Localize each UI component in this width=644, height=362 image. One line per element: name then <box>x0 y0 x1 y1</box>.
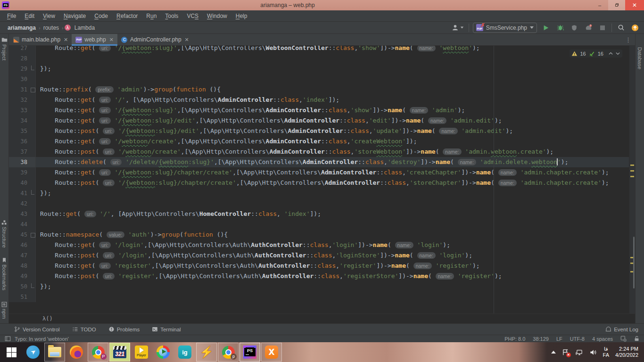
tool-window-button-version-control[interactable]: Version Control <box>14 326 60 332</box>
line-number[interactable]: 34 <box>9 115 30 126</box>
stop-button[interactable] <box>597 23 608 33</box>
breadcrumb-lambda[interactable]: λ() <box>42 315 53 322</box>
fold-marker-icon[interactable] <box>30 64 36 74</box>
status-segment-4[interactable]: 4 spaces <box>592 336 613 342</box>
chevron-up-icon[interactable] <box>608 51 613 56</box>
taskbar-media-player-classic[interactable]: 321 <box>109 343 130 362</box>
taskbar-igap[interactable]: ig <box>174 343 195 362</box>
line-number[interactable]: 45 <box>9 230 30 240</box>
taskbar-chrome-profile-1[interactable]: P <box>88 343 108 362</box>
debug-button[interactable] <box>555 23 565 33</box>
taskbar-phpstorm[interactable]: PS <box>239 343 260 362</box>
line-number[interactable]: 36 <box>9 136 30 147</box>
network-display-icon[interactable] <box>575 349 583 356</box>
coverage-button[interactable] <box>569 23 579 33</box>
menu-item-tools[interactable]: Tools <box>161 11 182 21</box>
taskbar-firefox[interactable] <box>66 343 87 362</box>
line-number[interactable]: 47 <box>9 250 30 261</box>
code-line-40[interactable]: 40 Route::post( uri: '/{webtoon:slug}/ch… <box>9 178 629 188</box>
maximize-button[interactable] <box>608 0 625 10</box>
taskbar-file-explorer[interactable] <box>44 343 65 362</box>
chevron-down-icon[interactable] <box>615 51 620 56</box>
language-indicator[interactable]: فا FA <box>603 346 609 358</box>
line-number[interactable]: 38 <box>9 157 30 167</box>
line-number[interactable]: 29 <box>9 64 30 74</box>
tool-window-button-todo[interactable]: TODO <box>72 326 96 332</box>
menu-item-edit[interactable]: Edit <box>20 11 39 21</box>
tool-window-toggle-icon[interactable] <box>5 336 11 342</box>
run-configuration-select[interactable]: PHP✗ SmsService.php <box>473 23 537 33</box>
line-number[interactable]: 51 <box>9 292 30 302</box>
profiler-button[interactable]: 0 <box>583 23 594 33</box>
menu-item-help[interactable]: Help <box>231 11 252 21</box>
line-number[interactable]: 30 <box>9 74 30 84</box>
sidebar-item-npm[interactable]: npm <box>0 302 8 319</box>
code-line-38[interactable]: 38 Route::delete( uri: '/delete/{webtoon… <box>9 157 629 167</box>
line-number[interactable]: 43 <box>9 209 30 219</box>
user-account-button[interactable] <box>451 23 465 33</box>
inspections-widget[interactable]: 16 16 <box>570 49 623 58</box>
close-button[interactable]: ✕ <box>625 0 644 10</box>
speaker-icon[interactable] <box>589 349 597 356</box>
tab-main-blade-php[interactable]: main.blade.php ✕ <box>9 34 72 45</box>
sidebar-item-structure[interactable]: Structure <box>0 220 8 248</box>
code-line-33[interactable]: 33 Route::get( uri: '/{webtoon:slug}',[\… <box>9 105 629 115</box>
run-button[interactable] <box>541 23 551 33</box>
close-tab-icon[interactable]: ✕ <box>185 37 189 43</box>
breadcrumb-folder[interactable]: routes <box>41 24 61 32</box>
line-number[interactable]: 48 <box>9 261 30 271</box>
code-line-30[interactable]: 30 <box>9 74 629 84</box>
taskbar-xampp[interactable]: X <box>261 343 282 362</box>
code-line-43[interactable]: 43Route::get( uri: '/', [App\Http\Contro… <box>9 209 629 219</box>
code-line-49[interactable]: 49 Route::post( uri: 'register',[\App\Ht… <box>9 271 629 281</box>
line-number[interactable]: 50 <box>9 281 30 292</box>
code-line-45[interactable]: 45Route::namespace( value: 'auth')->grou… <box>9 230 629 240</box>
code-line-31[interactable]: 31Route::prefix( prefix: 'admin')->group… <box>9 84 629 95</box>
menu-item-navigate[interactable]: Navigate <box>59 11 90 21</box>
code-line-28[interactable]: 28 <box>9 53 629 64</box>
menu-item-view[interactable]: View <box>39 11 59 21</box>
line-number[interactable]: 37 <box>9 147 30 157</box>
tool-window-button-terminal[interactable]: Terminal <box>152 326 181 332</box>
status-segment-1[interactable]: 38:129 <box>533 336 549 342</box>
taskbar-idm[interactable] <box>153 343 173 362</box>
code-line-32[interactable]: 32 Route::get( uri: '/', [\App\Http\Cont… <box>9 95 629 105</box>
menu-item-file[interactable]: File <box>3 11 20 21</box>
code-line-50[interactable]: 50}); <box>9 281 629 292</box>
code-line-35[interactable]: 35 Route::post( uri: '/{webtoon:slug}/ed… <box>9 126 629 136</box>
close-tab-icon[interactable]: ✕ <box>64 37 68 43</box>
menu-item-code[interactable]: Code <box>90 11 112 21</box>
line-number[interactable]: 31 <box>9 84 30 95</box>
code-line-39[interactable]: 39 Route::get( uri: '/{webtoon:slug}/cha… <box>9 167 629 178</box>
php-interpreter-icon[interactable] <box>620 336 627 342</box>
show-hidden-icons-chevron[interactable] <box>551 351 556 354</box>
sidebar-item-database[interactable]: Database <box>636 47 644 69</box>
update-available-button[interactable] <box>630 23 640 33</box>
line-number[interactable]: 46 <box>9 240 30 250</box>
action-center-flag[interactable]: ✕ <box>562 349 569 356</box>
breadcrumb-project[interactable]: ariamanga <box>6 24 38 32</box>
code-line-48[interactable]: 48 Route::get( uri: 'register',[\App\Htt… <box>9 261 629 271</box>
line-number[interactable]: 40 <box>9 178 30 188</box>
search-everywhere-button[interactable] <box>616 23 626 33</box>
status-segment-2[interactable]: LF <box>556 336 562 342</box>
line-number[interactable]: 28 <box>9 53 30 64</box>
line-number[interactable]: 44 <box>9 219 30 230</box>
fold-marker-icon[interactable] <box>30 230 36 240</box>
code-line-41[interactable]: 41}); <box>9 188 629 198</box>
code-line-36[interactable]: 36 Route::get( uri: '/webtoon/create',[\… <box>9 136 629 147</box>
unlocked-padlock-icon[interactable] <box>634 336 639 342</box>
start-button[interactable] <box>0 343 23 362</box>
fold-marker-icon[interactable] <box>30 84 36 95</box>
event-log-button[interactable]: Event Log <box>605 326 638 332</box>
tab-admincontroller-php[interactable]: C AdminController.php ✕ <box>117 34 193 45</box>
scrollbar-thumb[interactable] <box>633 237 635 288</box>
code-line-42[interactable]: 42 <box>9 198 629 209</box>
line-number[interactable]: 39 <box>9 167 30 178</box>
clock[interactable]: 2:24 PM 4/20/2022 <box>615 346 638 358</box>
line-number[interactable]: 41 <box>9 188 30 198</box>
code-line-34[interactable]: 34 Route::get( uri: '/{webtoon:slug}/edi… <box>9 115 629 126</box>
taskbar-telegram[interactable]: ➤ <box>23 343 43 362</box>
taskbar-chrome-profile-2[interactable]: p <box>218 343 239 362</box>
sidebar-item-project[interactable]: Project <box>0 37 8 60</box>
